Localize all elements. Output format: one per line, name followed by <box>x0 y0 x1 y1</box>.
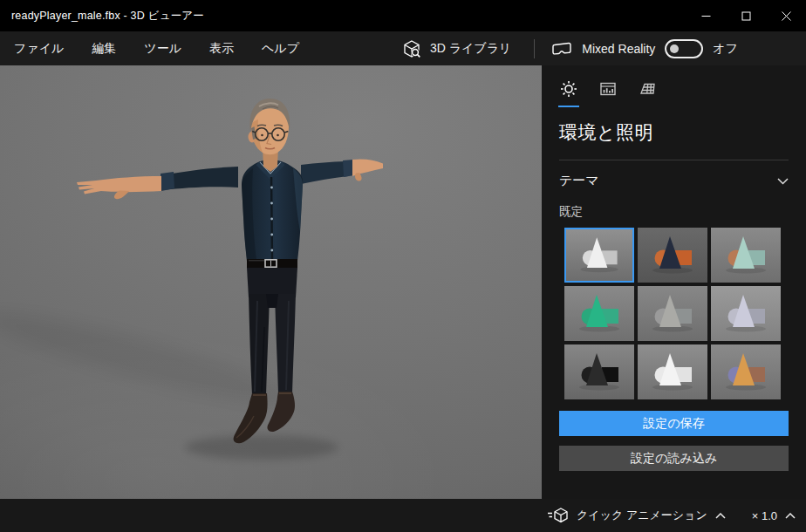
mixed-reality-goggles-icon <box>550 40 572 58</box>
menubar-right-group: 3D ライブラリ Mixed Reality オフ <box>389 31 743 65</box>
load-settings-button[interactable]: 設定の読み込み <box>559 446 789 471</box>
tab-stats[interactable] <box>598 78 618 107</box>
main-area: 環境と照明 テーマ 既定 <box>0 65 806 499</box>
playback-scale-button[interactable]: × 1.0 <box>748 509 799 522</box>
theme-preview-graphic <box>638 344 707 399</box>
theme-grid <box>564 228 781 399</box>
menubar: ファイル 編集 ツール 表示 ヘルプ 3D ライブラリ Mixe <box>0 31 806 65</box>
toggle-knob <box>670 44 679 53</box>
menubar-separator <box>534 39 535 58</box>
panel-heading: 環境と照明 <box>559 120 789 145</box>
3d-library-button[interactable]: 3D ライブラリ <box>389 31 523 65</box>
menu-view[interactable]: 表示 <box>195 31 248 65</box>
panel-tabs <box>559 78 789 107</box>
tab-environment-lighting[interactable] <box>559 78 578 107</box>
maximize-button[interactable] <box>726 0 766 31</box>
quick-animation-button[interactable]: クイック アニメーション <box>544 508 729 523</box>
theme-thumbnail-8[interactable] <box>638 344 707 399</box>
theme-preview-graphic <box>564 286 634 341</box>
theme-preview-graphic <box>711 286 781 341</box>
mixed-reality-group: Mixed Reality オフ <box>545 39 743 58</box>
theme-preview-graphic <box>566 229 632 281</box>
divider <box>559 160 789 160</box>
window-title: readyPlayer_male.fbx - 3D ビューアー <box>0 9 686 24</box>
theme-label: テーマ <box>559 173 599 189</box>
theme-thumbnail-9[interactable] <box>711 344 781 399</box>
sun-icon <box>560 80 577 98</box>
theme-thumbnail-2[interactable] <box>638 228 707 283</box>
grid-icon <box>639 80 657 98</box>
theme-thumbnail-4[interactable] <box>564 286 634 341</box>
theme-section-header[interactable]: テーマ <box>559 173 789 189</box>
chevron-up-icon <box>715 513 726 519</box>
minimize-button[interactable] <box>686 0 726 31</box>
3d-library-label: 3D ライブラリ <box>430 41 511 57</box>
menu-edit[interactable]: 編集 <box>78 31 130 65</box>
menu-tools[interactable]: ツール <box>130 31 195 65</box>
theme-thumbnail-5[interactable] <box>638 286 707 341</box>
settings-panel: 環境と照明 テーマ 既定 <box>542 65 806 499</box>
3d-library-cube-icon <box>401 38 422 59</box>
chevron-down-icon <box>777 178 789 185</box>
close-icon <box>782 11 791 21</box>
theme-thumbnail-3[interactable] <box>711 228 781 283</box>
theme-preview-graphic <box>564 344 634 399</box>
theme-preview-graphic <box>711 344 781 399</box>
theme-thumbnail-6[interactable] <box>711 286 781 341</box>
theme-thumbnail-1[interactable] <box>564 228 634 283</box>
theme-thumbnail-7[interactable] <box>564 344 634 399</box>
theme-group-label: 既定 <box>559 204 789 220</box>
mixed-reality-toggle[interactable] <box>665 39 703 58</box>
close-button[interactable] <box>766 0 806 31</box>
bottombar: クイック アニメーション × 1.0 <box>0 499 806 532</box>
menu-file[interactable]: ファイル <box>0 31 78 65</box>
theme-preview-graphic <box>638 286 707 341</box>
theme-preview-graphic <box>711 228 781 283</box>
save-settings-button[interactable]: 設定の保存 <box>559 411 789 436</box>
window-controls <box>686 0 806 31</box>
maximize-icon <box>741 11 751 21</box>
viewport-3d[interactable] <box>0 65 542 499</box>
avatar-model <box>0 65 542 499</box>
theme-preview-graphic <box>638 228 707 283</box>
scale-value: × 1.0 <box>752 509 777 522</box>
chevron-up-icon <box>785 513 796 519</box>
mixed-reality-label: Mixed Reality <box>582 42 655 56</box>
animation-cube-icon <box>548 508 569 523</box>
quick-animation-label: クイック アニメーション <box>577 508 707 523</box>
minimize-icon <box>701 11 711 21</box>
tab-grid-view[interactable] <box>638 78 658 107</box>
titlebar: readyPlayer_male.fbx - 3D ビューアー <box>0 0 806 31</box>
mixed-reality-state: オフ <box>713 41 738 57</box>
3d-viewer-window: readyPlayer_male.fbx - 3D ビューアー ファイル 編集 … <box>0 0 806 532</box>
stats-icon <box>599 80 617 98</box>
menu-help[interactable]: ヘルプ <box>248 31 313 65</box>
